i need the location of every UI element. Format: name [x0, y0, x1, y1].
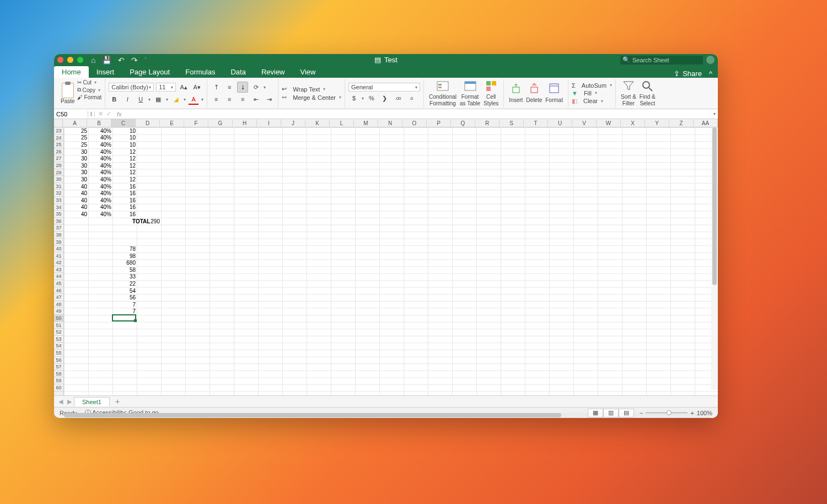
cell-C28[interactable]: 12 — [112, 162, 137, 169]
cell-A23[interactable]: 25 — [64, 127, 88, 135]
fill-button[interactable]: ▼ Fill▾ — [572, 90, 612, 96]
next-sheet-icon[interactable]: ▶ — [65, 398, 74, 405]
col-header-R[interactable]: R — [475, 119, 500, 127]
cell-B27[interactable]: 40% — [88, 155, 112, 162]
row-header-52[interactable]: 52 — [54, 329, 63, 336]
row-header-38[interactable]: 38 — [54, 232, 63, 239]
row-header-58[interactable]: 58 — [54, 371, 63, 378]
align-bottom-icon[interactable]: ⤓ — [237, 82, 248, 93]
clear-button[interactable]: ◧ Clear▾ — [572, 98, 612, 105]
col-header-F[interactable]: F — [184, 119, 208, 127]
align-left-icon[interactable]: ≡ — [211, 94, 222, 105]
row-header-49[interactable]: 49 — [54, 308, 63, 315]
autosum-button[interactable]: Σ AutoSum▾ — [572, 82, 612, 89]
cell-B29[interactable]: 40% — [88, 169, 112, 176]
col-header-I[interactable]: I — [257, 119, 281, 127]
col-header-K[interactable]: K — [305, 119, 330, 127]
currency-icon[interactable]: $ — [348, 93, 359, 104]
fx-icon[interactable]: fx — [115, 111, 124, 117]
font-color-button[interactable]: A — [188, 94, 199, 105]
cell-C44[interactable]: 33 — [112, 274, 137, 281]
share-button[interactable]: ⇪ Share ^ — [668, 69, 718, 78]
wrap-text-button[interactable]: ↩ Wrap Text▾ — [282, 85, 341, 93]
col-header-L[interactable]: L — [330, 119, 354, 127]
row-header-46[interactable]: 46 — [54, 287, 63, 294]
cell-C23[interactable]: 10 — [112, 127, 137, 135]
row-header-43[interactable]: 43 — [54, 266, 63, 274]
border-button[interactable]: ▦ — [153, 94, 164, 105]
align-middle-icon[interactable]: ≡ — [224, 82, 235, 93]
increase-indent-icon[interactable]: ⇥ — [264, 94, 275, 105]
row-header-37[interactable]: 37 — [54, 224, 63, 232]
percent-icon[interactable]: % — [366, 93, 377, 104]
col-header-H[interactable]: H — [233, 119, 257, 127]
cell-C41[interactable]: 98 — [112, 253, 137, 260]
close-window-button[interactable] — [57, 57, 63, 63]
row-header-28[interactable]: 28 — [54, 162, 63, 169]
col-header-G[interactable]: G — [208, 119, 233, 127]
align-center-icon[interactable]: ≡ — [224, 94, 235, 105]
cell-C24[interactable]: 10 — [112, 135, 137, 142]
col-header-O[interactable]: O — [402, 119, 427, 127]
cell-C27[interactable]: 12 — [112, 155, 137, 162]
cell-B32[interactable]: 40% — [88, 190, 112, 197]
cell-C25[interactable]: 10 — [112, 141, 137, 148]
cell-A30[interactable]: 30 — [64, 176, 88, 183]
row-header-40[interactable]: 40 — [54, 245, 63, 253]
accept-formula-icon[interactable]: ✓ — [106, 110, 111, 117]
home-icon[interactable]: ⌂ — [91, 56, 95, 65]
cell-C46[interactable]: 54 — [112, 287, 137, 294]
cell-C35[interactable]: 16 — [112, 211, 137, 218]
row-header-53[interactable]: 53 — [54, 336, 63, 343]
cell-B30[interactable]: 40% — [88, 176, 112, 183]
col-header-V[interactable]: V — [572, 119, 597, 127]
tab-insert[interactable]: Insert — [89, 66, 122, 78]
tab-view[interactable]: View — [293, 66, 324, 78]
format-painter-button[interactable]: 🖌Format — [77, 94, 102, 101]
cell-C29[interactable]: 12 — [112, 169, 137, 176]
col-header-J[interactable]: J — [281, 119, 305, 127]
col-header-AA[interactable]: AA — [694, 119, 718, 127]
cell-B31[interactable]: 40% — [88, 183, 112, 190]
row-header-26[interactable]: 26 — [54, 148, 63, 156]
col-header-U[interactable]: U — [548, 119, 572, 127]
decrease-indent-icon[interactable]: ⇤ — [250, 94, 261, 105]
cell-A33[interactable]: 40 — [64, 197, 88, 204]
cell-A32[interactable]: 40 — [64, 190, 88, 197]
font-selector[interactable]: Calibri (Body)▾ — [109, 83, 154, 92]
comma-icon[interactable]: ❯ — [379, 93, 390, 104]
format-cells-button[interactable]: Format — [544, 79, 565, 108]
cell-C48[interactable]: 7 — [112, 301, 137, 308]
orientation-icon[interactable]: ⟳ — [250, 82, 261, 93]
col-header-Q[interactable]: Q — [451, 119, 475, 127]
cell-B24[interactable]: 40% — [88, 135, 112, 142]
row-header-32[interactable]: 32 — [54, 190, 63, 197]
add-sheet-button[interactable]: + — [110, 397, 125, 406]
paste-button[interactable]: Paste — [61, 79, 75, 108]
col-header-C[interactable]: C — [111, 119, 136, 127]
cell-C43[interactable]: 58 — [112, 266, 137, 274]
row-header-41[interactable]: 41 — [54, 253, 63, 260]
tab-data[interactable]: Data — [223, 66, 253, 78]
qat-dropdown-icon[interactable]: ▾ — [144, 56, 147, 65]
row-header-51[interactable]: 51 — [54, 322, 63, 329]
cancel-formula-icon[interactable]: ✕ — [98, 110, 103, 117]
cell-B35[interactable]: 40% — [88, 211, 112, 218]
cell-C26[interactable]: 12 — [112, 148, 137, 156]
align-right-icon[interactable]: ≡ — [237, 94, 248, 105]
col-header-Z[interactable]: Z — [669, 119, 694, 127]
cell-A31[interactable]: 40 — [64, 183, 88, 190]
col-header-E[interactable]: E — [160, 119, 184, 127]
cell-C45[interactable]: 22 — [112, 280, 137, 287]
row-header-57[interactable]: 57 — [54, 363, 63, 371]
save-icon[interactable]: 💾 — [102, 56, 111, 65]
row-headers[interactable]: 2324252627282930313233343536373839404142… — [54, 127, 64, 395]
decrease-decimal-icon[interactable]: .0 — [406, 93, 417, 104]
cell-C30[interactable]: 12 — [112, 176, 137, 183]
cell-A27[interactable]: 30 — [64, 155, 88, 162]
row-header-55[interactable]: 55 — [54, 350, 63, 357]
sheet-tab[interactable]: Sheet1 — [74, 397, 110, 406]
cell-A35[interactable]: 40 — [64, 211, 88, 218]
cell-B28[interactable]: 40% — [88, 162, 112, 169]
cell-grid[interactable]: 2540%102540%102540%103040%123040%123040%… — [64, 127, 718, 395]
